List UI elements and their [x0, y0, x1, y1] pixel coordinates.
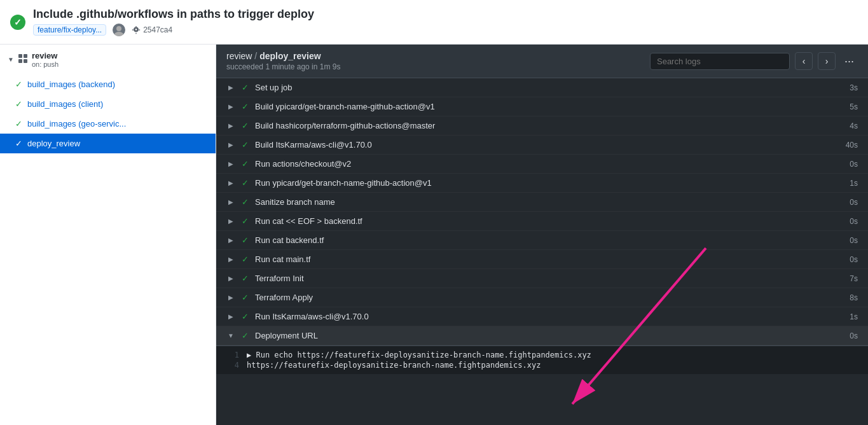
step-row-terraform_init[interactable]: ▶ ✓ Terraform Init 7s [216, 269, 868, 288]
step-row-build_hashicorp[interactable]: ▶ ✓ Build hashicorp/terraform-github-act… [216, 116, 868, 136]
step-label: Run ypicard/get-branch-name-github-actio… [255, 178, 832, 188]
expand-btn[interactable]: ▶ [226, 198, 235, 207]
sidebar-item-label: build_images (backend) [27, 80, 115, 89]
svg-rect-2 [18, 54, 22, 58]
sidebar-item-label: build_images (geo-servic... [27, 119, 126, 129]
content-header: review / deploy_review succeeded 1 minut… [216, 45, 868, 78]
status-icon [10, 15, 25, 30]
log-line-content: https://featurefix-deploysanitize-branch… [247, 361, 541, 370]
step-row-build_ypicard[interactable]: ▶ ✓ Build ypicard/get-branch-name-github… [216, 97, 868, 116]
expand-btn[interactable]: ▶ [226, 179, 235, 188]
expand-btn[interactable]: ▶ [226, 102, 235, 111]
sidebar-item-deploy_review[interactable]: ✓ deploy_review [0, 134, 216, 153]
expand-btn[interactable]: ▶ [226, 160, 235, 169]
search-logs-input[interactable] [650, 53, 790, 70]
step-row-run_ypicard[interactable]: ▶ ✓ Run ypicard/get-branch-name-github-a… [216, 174, 868, 193]
expand-btn[interactable]: ▶ [226, 141, 235, 150]
step-check-icon: ✓ [242, 102, 249, 111]
step-check-icon: ✓ [242, 216, 249, 226]
step-duration: 0s [839, 236, 858, 245]
step-row-run_cat_main[interactable]: ▶ ✓ Run cat main.tf 0s [216, 250, 868, 269]
log-line-num: 1 [226, 351, 239, 359]
more-options-button[interactable]: ··· [841, 53, 858, 69]
step-duration: 0s [839, 331, 858, 340]
step-check-icon: ✓ [242, 197, 249, 207]
expand-btn[interactable]: ▶ [226, 312, 235, 321]
step-duration: 0s [839, 198, 858, 207]
content-wrapper: ▶ ✓ Set up job 3s ▶ ✓ Build ypicard/get-… [216, 78, 868, 425]
step-label: Run cat << EOF > backend.tf [255, 216, 832, 226]
step-label: Build ypicard/get-branch-name-github-act… [255, 102, 832, 111]
check-icon: ✓ [15, 119, 22, 129]
expand-btn[interactable]: ▶ [226, 83, 235, 92]
check-icon: ✓ [15, 80, 22, 89]
branch-badge[interactable]: feature/fix-deploy... [33, 24, 106, 36]
step-row-run_checkout[interactable]: ▶ ✓ Run actions/checkout@v2 0s [216, 155, 868, 174]
step-label: Run ItsKarma/aws-cli@v1.70.0 [255, 312, 832, 321]
breadcrumb-sep: / [254, 51, 259, 61]
log-line-num: 4 [226, 361, 239, 370]
sidebar-item-build_images_client[interactable]: ✓ build_images (client) [0, 94, 216, 114]
expand-btn[interactable]: ▼ [226, 331, 235, 340]
breadcrumb-job: deploy_review [259, 51, 321, 61]
step-duration: 40s [839, 141, 858, 150]
step-duration: 3s [839, 83, 858, 92]
breadcrumb-area: review / deploy_review succeeded 1 minut… [226, 51, 340, 71]
sidebar-item-build_images_backend[interactable]: ✓ build_images (backend) [0, 74, 216, 94]
check-icon: ✓ [15, 139, 22, 148]
expand-btn[interactable]: ▶ [226, 255, 235, 264]
step-label: Run cat main.tf [255, 254, 832, 264]
step-check-icon: ✓ [242, 121, 249, 130]
content-area: review / deploy_review succeeded 1 minut… [216, 45, 868, 425]
section-info: review on: push [32, 51, 59, 68]
step-check-icon: ✓ [242, 254, 249, 264]
svg-rect-4 [18, 59, 22, 63]
page-title: Include .github/workflows in paths to tr… [33, 8, 314, 21]
prev-nav-button[interactable]: ‹ [795, 52, 813, 70]
check-icon: ✓ [15, 99, 22, 109]
sidebar-section-header: ▼ review on: push [0, 45, 216, 74]
step-row-deployment_url[interactable]: ▼ ✓ Deployment URL 0s [216, 326, 868, 345]
steps-list: ▶ ✓ Set up job 3s ▶ ✓ Build ypicard/get-… [216, 78, 868, 425]
breadcrumb-prefix: review [226, 51, 252, 61]
commit-hash: 2547ca4 [132, 25, 172, 34]
step-row-sanitize[interactable]: ▶ ✓ Sanitize branch name 0s [216, 193, 868, 212]
step-check-icon: ✓ [242, 83, 249, 92]
sidebar-item-build_images_geo[interactable]: ✓ build_images (geo-servic... [0, 114, 216, 134]
step-check-icon: ✓ [242, 331, 249, 340]
step-duration: 0s [839, 255, 858, 264]
status-text: succeeded 1 minute ago in 1m 9s [226, 62, 340, 71]
section-chevron-icon[interactable]: ▼ [8, 56, 14, 63]
step-check-icon: ✓ [242, 235, 249, 245]
step-duration: 7s [839, 274, 858, 283]
step-row-run_itskarma[interactable]: ▶ ✓ Run ItsKarma/aws-cli@v1.70.0 1s [216, 307, 868, 326]
step-check-icon: ✓ [242, 293, 249, 302]
svg-point-1 [114, 32, 123, 36]
svg-point-0 [116, 26, 121, 31]
expand-btn[interactable]: ▶ [226, 274, 235, 283]
step-duration: 1s [839, 179, 858, 188]
workflow-icon [18, 53, 28, 66]
avatar [113, 24, 125, 36]
step-row-run_cat_backend[interactable]: ▶ ✓ Run cat backend.tf 0s [216, 231, 868, 250]
log-area-deployment_url: 1 ▶ Run echo https://featurefix-deploysa… [216, 345, 868, 374]
expand-btn[interactable]: ▶ [226, 236, 235, 245]
expand-btn[interactable]: ▶ [226, 122, 235, 130]
svg-rect-3 [24, 54, 27, 58]
step-row-setup_job[interactable]: ▶ ✓ Set up job 3s [216, 78, 868, 97]
section-subtitle: on: push [32, 60, 59, 68]
step-row-run_cat_backend_tf[interactable]: ▶ ✓ Run cat << EOF > backend.tf 0s [216, 212, 868, 231]
step-row-terraform_apply[interactable]: ▶ ✓ Terraform Apply 8s [216, 288, 868, 307]
step-label: Run cat backend.tf [255, 235, 832, 245]
next-nav-button[interactable]: › [818, 52, 836, 70]
step-label: Build hashicorp/terraform-github-actions… [255, 121, 832, 130]
step-duration: 0s [839, 217, 858, 226]
step-row-build_itskarma[interactable]: ▶ ✓ Build ItsKarma/aws-cli@v1.70.0 40s [216, 136, 868, 155]
top-header: Include .github/workflows in paths to tr… [0, 0, 868, 45]
main-layout: ▼ review on: push ✓ build_images (backen… [0, 45, 868, 425]
expand-btn[interactable]: ▶ [226, 293, 235, 302]
step-label: Terraform Init [255, 274, 832, 283]
log-line: 1 ▶ Run echo https://featurefix-deploysa… [216, 350, 868, 360]
step-duration: 4s [839, 122, 858, 130]
expand-btn[interactable]: ▶ [226, 217, 235, 226]
